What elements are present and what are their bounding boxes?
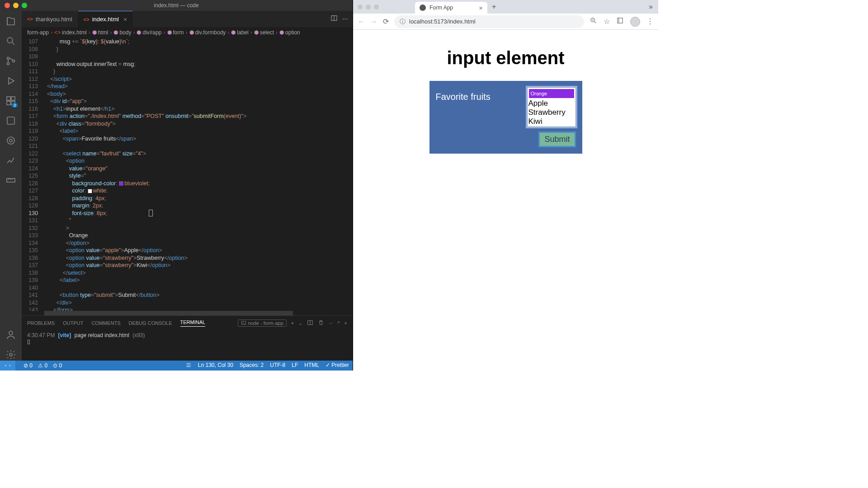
panel-tab-output[interactable]: OUTPUT bbox=[63, 320, 83, 326]
source-control-icon[interactable] bbox=[5, 55, 17, 67]
option-kiwi[interactable]: Kiwi bbox=[528, 117, 575, 126]
submit-button[interactable]: Submit bbox=[538, 131, 576, 147]
run-debug-icon[interactable] bbox=[5, 75, 17, 87]
editor-tabs: <> thankyou.html <> index.html × ··· bbox=[22, 11, 353, 27]
status-cursor[interactable]: Ln 130, Col 30 bbox=[198, 362, 233, 370]
extensions-icon[interactable]: 3 bbox=[5, 95, 17, 107]
svg-rect-11 bbox=[7, 178, 15, 182]
status-language[interactable]: HTML bbox=[304, 362, 319, 370]
crumb[interactable]: ⬢option bbox=[279, 29, 300, 36]
status-eol[interactable]: LF bbox=[292, 362, 298, 370]
new-terminal-icon[interactable]: + bbox=[291, 320, 294, 326]
form-body: Favorite fruits Orange Apple Strawberry … bbox=[429, 81, 582, 154]
crumb[interactable]: ⬢select bbox=[254, 29, 274, 36]
ruler-icon[interactable] bbox=[5, 174, 17, 186]
browser-menu-icon[interactable]: ⋮ bbox=[646, 17, 654, 26]
crumb[interactable]: ⬢html bbox=[92, 29, 108, 36]
panel-tab-comments[interactable]: COMMENTS bbox=[91, 320, 120, 326]
status-warnings[interactable]: ⚠ 0 bbox=[38, 362, 47, 369]
maximize-panel-icon[interactable]: ^ bbox=[337, 320, 340, 326]
bookmark-icon[interactable] bbox=[5, 115, 17, 127]
vscode-window: index.html — code 3 <> thankyou.html bbox=[0, 0, 353, 371]
settings-gear-icon[interactable] bbox=[5, 349, 17, 361]
svg-point-13 bbox=[9, 353, 12, 356]
code-editor[interactable]: 1071081091101111121131141151161171181191… bbox=[22, 38, 353, 311]
option-orange[interactable]: Orange bbox=[529, 89, 574, 98]
traffic-light-minimize[interactable] bbox=[366, 5, 371, 9]
back-icon[interactable]: ← bbox=[358, 18, 365, 26]
bookmark-star-icon[interactable]: ☆ bbox=[604, 17, 610, 26]
crumb[interactable]: ⬢label bbox=[231, 29, 248, 36]
html-file-icon: <> bbox=[84, 17, 90, 22]
panel-tab-debug[interactable]: DEBUG CONSOLE bbox=[129, 320, 172, 326]
status-errors[interactable]: ⊘ 0 bbox=[24, 362, 33, 369]
svg-rect-4 bbox=[7, 97, 10, 100]
svg-point-10 bbox=[9, 139, 12, 142]
more-icon[interactable]: ··· bbox=[329, 320, 333, 326]
traffic-light-close[interactable] bbox=[5, 3, 10, 8]
site-info-icon[interactable]: ⓘ bbox=[400, 18, 406, 26]
more-icon[interactable]: ··· bbox=[342, 15, 348, 23]
window-menu-icon[interactable]: » bbox=[649, 3, 653, 11]
traffic-light-zoom[interactable] bbox=[22, 3, 27, 8]
svg-rect-18 bbox=[618, 18, 623, 23]
horizontal-scrollbar[interactable] bbox=[22, 311, 353, 315]
trash-icon[interactable] bbox=[318, 319, 324, 327]
traffic-light-minimize[interactable] bbox=[13, 3, 19, 8]
explorer-icon[interactable] bbox=[5, 15, 17, 27]
reading-list-icon[interactable] bbox=[616, 17, 624, 26]
crumb[interactable]: ⬢body bbox=[113, 29, 131, 36]
graph-icon[interactable] bbox=[5, 155, 17, 166]
close-icon[interactable]: × bbox=[123, 16, 127, 23]
select-favfruit[interactable]: Orange Apple Strawberry Kiwi bbox=[527, 87, 576, 127]
tab-thankyou[interactable]: <> thankyou.html bbox=[22, 11, 78, 27]
crumb[interactable]: ⬢form bbox=[167, 29, 184, 36]
traffic-light-zoom[interactable] bbox=[374, 5, 379, 9]
crumb[interactable]: form-app bbox=[27, 29, 49, 36]
tab-index[interactable]: <> index.html × bbox=[78, 11, 133, 27]
account-icon[interactable] bbox=[5, 329, 17, 341]
option-strawberry[interactable]: Strawberry bbox=[528, 108, 575, 117]
page-heading: input element bbox=[447, 48, 564, 68]
url-text: localhost:5173/index.html bbox=[409, 18, 476, 25]
chevron-down-icon[interactable]: ⌄ bbox=[298, 320, 302, 326]
status-prettier[interactable]: ✓ Prettier bbox=[326, 362, 349, 370]
split-terminal-icon[interactable] bbox=[307, 319, 313, 327]
split-editor-icon[interactable] bbox=[330, 14, 338, 23]
crumb[interactable]: ⬢div#app bbox=[137, 29, 161, 36]
browser-window: Form App × + » ← → ⟳ ⓘ localhost:5173/in… bbox=[353, 0, 658, 371]
terminal-output[interactable]: 4:30:47 PM [vite] page reload index.html… bbox=[22, 330, 353, 361]
traffic-light-close[interactable] bbox=[358, 5, 363, 9]
crumb[interactable]: <>index.html bbox=[54, 29, 87, 36]
panel-tab-problems[interactable]: PROBLEMS bbox=[27, 320, 55, 326]
svg-rect-8 bbox=[7, 117, 14, 124]
browser-tab[interactable]: Form App × bbox=[415, 2, 487, 14]
new-tab-icon[interactable]: + bbox=[487, 3, 500, 11]
profile-avatar[interactable] bbox=[630, 17, 640, 27]
svg-point-1 bbox=[7, 57, 9, 60]
remote-indicator[interactable] bbox=[0, 361, 15, 371]
status-port[interactable]: ⊙ 0 bbox=[53, 362, 62, 369]
target-icon[interactable] bbox=[5, 135, 17, 146]
status-spaces[interactable]: Spaces: 2 bbox=[240, 362, 264, 370]
search-icon[interactable] bbox=[5, 35, 17, 47]
crumb[interactable]: ⬢div.formbody bbox=[189, 29, 226, 36]
terminal-process-icon[interactable]: node - form-app bbox=[238, 319, 287, 327]
close-panel-icon[interactable]: × bbox=[344, 320, 347, 326]
favicon-icon bbox=[420, 5, 426, 11]
status-indent-icon[interactable] bbox=[185, 362, 192, 370]
panel-tab-terminal[interactable]: TERMINAL bbox=[180, 319, 206, 327]
tab-label: index.html bbox=[92, 16, 119, 23]
bottom-panel: PROBLEMS OUTPUT COMMENTS DEBUG CONSOLE T… bbox=[22, 315, 353, 361]
status-bar: ⊘ 0 ⚠ 0 ⊙ 0 Ln 130, Col 30 Spaces: 2 UTF… bbox=[0, 361, 353, 371]
breadcrumbs[interactable]: form-app› <>index.html› ⬢html› ⬢body› ⬢d… bbox=[22, 27, 353, 38]
close-icon[interactable]: × bbox=[479, 4, 483, 12]
forward-icon[interactable]: → bbox=[370, 18, 377, 26]
option-apple[interactable]: Apple bbox=[528, 99, 575, 108]
reload-icon[interactable]: ⟳ bbox=[383, 17, 389, 26]
url-bar[interactable]: ⓘ localhost:5173/index.html bbox=[394, 15, 584, 28]
html-file-icon: <> bbox=[27, 16, 33, 22]
tab-label: thankyou.html bbox=[36, 16, 72, 23]
status-encoding[interactable]: UTF-8 bbox=[270, 362, 285, 370]
zoom-icon[interactable] bbox=[590, 17, 597, 26]
